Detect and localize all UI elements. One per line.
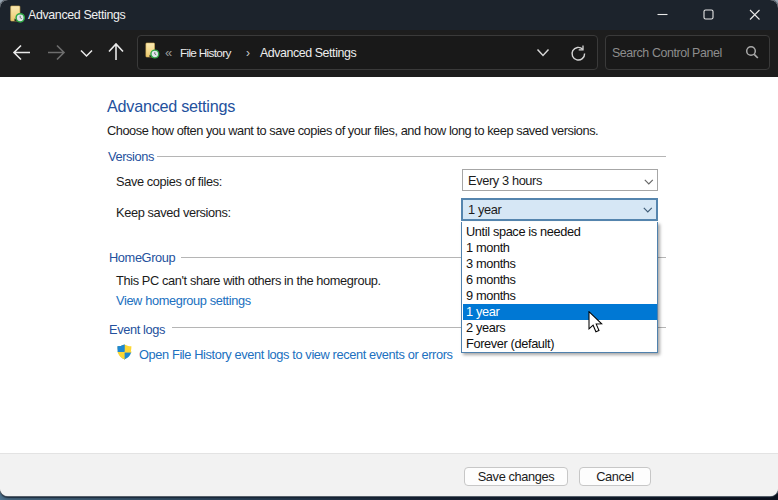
svg-text:«: « [165,45,172,60]
